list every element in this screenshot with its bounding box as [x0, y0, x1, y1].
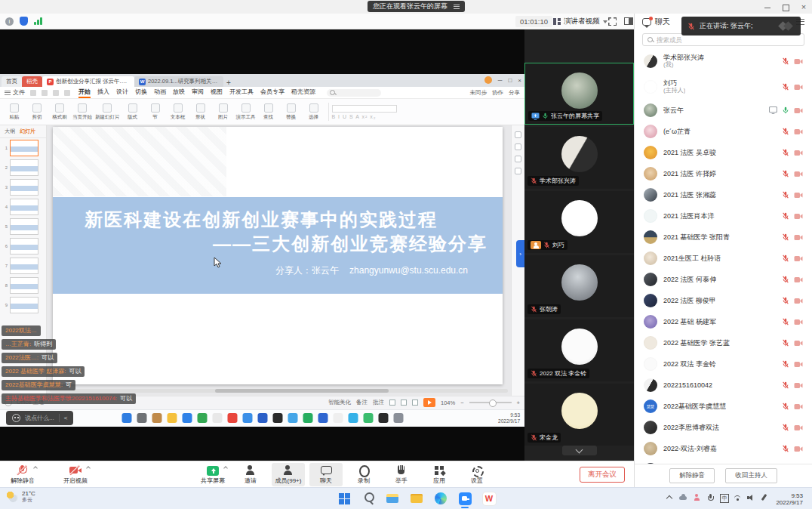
toolbar-button[interactable]: 举手: [385, 463, 418, 486]
security-shield-icon[interactable]: [20, 17, 28, 26]
video-tile[interactable]: 刘巧: [524, 191, 634, 253]
file-menu[interactable]: 文件: [5, 88, 25, 97]
wps-tab-home[interactable]: 首页: [2, 76, 22, 87]
mic-on-icon[interactable]: [782, 106, 789, 114]
participant-row[interactable]: 2022 双法 李金铃: [635, 353, 812, 375]
taskbar-app-icon[interactable]: [393, 413, 403, 423]
camera-off-icon[interactable]: [794, 58, 803, 65]
slide-thumbnail-preview[interactable]: [10, 238, 38, 254]
tray-icon[interactable]: [693, 494, 700, 501]
camera-off-icon[interactable]: [794, 382, 803, 389]
camera-off-icon[interactable]: [794, 424, 803, 431]
camera-off-icon[interactable]: [794, 192, 803, 199]
participant-row[interactable]: 2021 法医肖本洋: [635, 205, 812, 227]
mic-muted-icon[interactable]: [782, 128, 789, 135]
scroll-down-button[interactable]: [562, 446, 597, 455]
slide-sorter-icon[interactable]: [401, 399, 407, 406]
participant-row[interactable]: 2022 法医 何泰伸: [635, 269, 812, 290]
redo-icon[interactable]: [64, 90, 70, 96]
taskbar-app-icon[interactable]: [152, 413, 161, 423]
mic-muted-icon[interactable]: [782, 233, 789, 241]
mic-muted-icon[interactable]: [782, 170, 789, 177]
slide-thumbnail[interactable]: 8: [0, 276, 46, 295]
mic-muted-icon[interactable]: [782, 83, 789, 91]
toolbar-button[interactable]: 设置: [460, 463, 494, 486]
slide-thumbnail-preview[interactable]: [10, 218, 38, 235]
ribbon-button[interactable]: 图片: [212, 103, 235, 121]
taskbar-app-icon[interactable]: [348, 413, 358, 423]
tray-icon[interactable]: [666, 494, 673, 501]
camera-off-icon[interactable]: [794, 234, 803, 241]
tray-icon[interactable]: [706, 494, 714, 501]
taskbar-app-icon[interactable]: [336, 490, 352, 507]
toolbar-button[interactable]: 应用: [423, 463, 456, 486]
quick-chat-bar[interactable]: 说点什么... <: [6, 411, 73, 425]
wps-menu-tab[interactable]: 切换: [135, 88, 147, 98]
participant-row[interactable]: 张云午: [635, 100, 812, 121]
slide-thumbnail[interactable]: 9: [0, 295, 46, 315]
taskbar-app-icon[interactable]: [318, 413, 328, 423]
maximize-button[interactable]: [782, 3, 789, 11]
camera-off-icon[interactable]: [794, 255, 803, 262]
ribbon-button[interactable]: 查找: [257, 103, 280, 121]
zoom-in-button[interactable]: +: [517, 399, 520, 406]
properties-icon[interactable]: [515, 131, 521, 138]
video-tile[interactable]: 宋金龙: [524, 384, 634, 446]
ribbon-button[interactable]: 新建幻灯片: [94, 103, 121, 121]
camera-off-icon[interactable]: [794, 446, 803, 452]
taskbar-app-icon[interactable]: [212, 413, 222, 423]
camera-off-icon[interactable]: [794, 319, 803, 325]
outline-tab[interactable]: 大纲: [5, 128, 15, 135]
camera-off-icon[interactable]: [794, 171, 803, 177]
panel-expand-handle[interactable]: ›: [516, 240, 524, 267]
camera-off-icon[interactable]: [794, 150, 803, 156]
taskbar-app-icon[interactable]: [432, 490, 449, 507]
wps-menu-tab[interactable]: 插入: [97, 88, 109, 98]
design-icon[interactable]: [515, 156, 521, 162]
taskbar-app-icon[interactable]: [288, 413, 297, 423]
camera-off-icon[interactable]: [794, 107, 803, 114]
video-tile[interactable]: 张朝涛: [524, 255, 634, 317]
mic-muted-icon[interactable]: [782, 360, 789, 368]
wps-menu-tab[interactable]: 会员专享: [260, 88, 285, 98]
participant-row[interactable]: 2021生医工 杜聆语: [635, 248, 812, 269]
wps-minimize-button[interactable]: ─: [498, 77, 503, 84]
taskbar-app-icon[interactable]: [121, 413, 131, 423]
toolbar-button[interactable]: 开启视频: [59, 463, 92, 486]
weather-widget[interactable]: 21°C 多云: [6, 490, 35, 503]
minimize-button[interactable]: [764, 3, 771, 11]
wps-tab-doc2[interactable]: W 2022.09.1...研究事列相关问题汇总: [134, 76, 223, 87]
collapse-chat-icon[interactable]: <: [64, 415, 68, 421]
animation-icon[interactable]: [515, 143, 521, 150]
tray-icon[interactable]: [720, 494, 727, 501]
unmute-all-button[interactable]: 解除静音: [669, 468, 715, 483]
wps-menu-tab[interactable]: 开始: [78, 88, 91, 98]
mic-muted-icon[interactable]: [782, 445, 789, 452]
chevron-up-icon[interactable]: [223, 466, 228, 470]
close-button[interactable]: ×: [800, 3, 807, 11]
wps-menu-tab[interactable]: 视图: [211, 88, 223, 98]
participant-row[interactable]: 2021 法医 许择婷: [635, 163, 812, 184]
camera-off-icon[interactable]: [794, 403, 803, 410]
leave-meeting-button[interactable]: 离开会议: [580, 467, 625, 483]
slide-thumbnail-preview[interactable]: [10, 258, 38, 274]
participant-row[interactable]: 2022151610042: [635, 375, 812, 396]
camera-off-icon[interactable]: [794, 340, 803, 347]
wps-account-avatar[interactable]: [484, 76, 492, 84]
wps-menu-tab[interactable]: 开发工具: [229, 88, 254, 98]
chat-tab-label[interactable]: 聊天: [655, 17, 670, 27]
mic-muted-icon[interactable]: [782, 191, 789, 199]
tray-icon[interactable]: [747, 494, 755, 501]
camera-off-icon[interactable]: [794, 128, 803, 135]
reading-view-icon[interactable]: [412, 399, 418, 406]
participant-row[interactable]: 2022-双法-刘睿嘉: [635, 438, 812, 459]
participant-row[interactable]: 2021 法医 张湘蕊: [635, 184, 812, 205]
zoom-out-button[interactable]: −: [460, 399, 463, 406]
ribbon-button[interactable]: 选择: [303, 103, 325, 121]
info-icon[interactable]: i: [5, 17, 14, 26]
camera-off-icon[interactable]: [794, 213, 803, 220]
quick-chat-placeholder[interactable]: 说点什么...: [25, 414, 54, 422]
taskbar-app-icon[interactable]: [408, 490, 425, 507]
mic-muted-icon[interactable]: [782, 381, 789, 389]
participant-row[interactable]: 2022 法医 柳俊甲: [635, 290, 812, 311]
